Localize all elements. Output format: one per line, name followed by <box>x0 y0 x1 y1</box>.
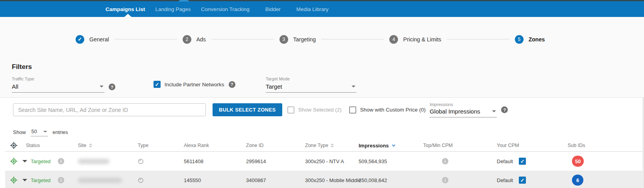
column-status: Status <box>22 143 57 148</box>
expand-caret-icon[interactable] <box>22 160 27 162</box>
impressions-select[interactable]: Global Impressions <box>429 107 497 117</box>
zone-row: Targeted i 145550 3400867 300x250 - Mobi… <box>5 171 642 188</box>
page-size-select[interactable]: 50 <box>31 128 48 136</box>
check-icon: ✓ <box>76 35 84 44</box>
sub-ids-cell: 6 <box>564 175 642 186</box>
info-cell: i <box>57 158 74 164</box>
step-connector <box>447 39 509 39</box>
step-number: 2 <box>183 35 191 44</box>
status-cell: Targeted <box>22 177 57 183</box>
nav-tab-campaigns-list[interactable]: Campaigns List <box>100 6 150 12</box>
site-cell[interactable] <box>74 178 134 183</box>
step-connector <box>115 39 177 39</box>
show-custom-price-checkbox[interactable] <box>349 106 356 114</box>
column-zone-id: Zone ID <box>242 143 302 148</box>
help-icon[interactable]: ? <box>501 106 508 113</box>
row-target-cell <box>5 175 22 185</box>
show-custom-price-filter: Show with Custom Price (0) <box>349 106 426 114</box>
step-general[interactable]: ✓ General <box>76 35 109 44</box>
nav-tab-media-library[interactable]: Media Library <box>291 6 334 12</box>
chevron-down-icon <box>100 86 104 87</box>
top-nav: Campaigns List Landing Pages Conversion … <box>0 0 644 17</box>
partner-networks-checkbox[interactable]: ✓ <box>154 81 161 88</box>
show-label: Show <box>13 129 26 135</box>
show-selected-label: Show Selected (2) <box>298 107 342 113</box>
step-label: Ads <box>196 36 206 43</box>
your-cpm-cell: Default ✓ <box>493 177 564 184</box>
zone-search-input[interactable] <box>13 103 206 116</box>
filters-controls: Traffic Type All ? ✓ Include Partner Net… <box>0 76 644 92</box>
filters-heading: Filters <box>12 63 644 71</box>
step-ads[interactable]: 2 Ads <box>183 35 206 44</box>
step-number: 4 <box>389 35 398 44</box>
target-crosshair-icon[interactable] <box>9 156 19 166</box>
step-connector <box>211 39 274 39</box>
target-mode-select[interactable]: Target <box>266 81 356 93</box>
column-zone-type[interactable]: Zone Type <box>302 143 355 148</box>
target-mode-filter: Target Mode Target <box>266 76 356 93</box>
info-icon[interactable]: i <box>58 158 64 164</box>
zones-toolbar: BULK SELECT ZONES Show Selected (2) Show… <box>0 98 644 117</box>
target-crosshair-icon[interactable] <box>9 175 19 185</box>
globe-icon <box>138 177 144 183</box>
entries-label: entries <box>53 129 68 135</box>
check-glyph: ✓ <box>78 37 82 42</box>
nav-tab-bidder[interactable]: Bidder <box>260 6 286 12</box>
column-your-cpm: Your CPM <box>493 143 564 148</box>
step-targeting[interactable]: 3 Targeting <box>279 35 316 44</box>
impressions-cell: 509,564,935 <box>355 158 420 164</box>
step-zones[interactable]: 5 Zones <box>515 35 545 44</box>
info-icon[interactable]: i <box>58 177 64 183</box>
cpm-checkbox[interactable]: ✓ <box>519 158 526 165</box>
nav-tab-conversion-tracking[interactable]: Conversion Tracking <box>196 6 255 12</box>
expand-caret-icon[interactable] <box>22 179 27 181</box>
show-selected-filter: Show Selected (2) <box>287 106 342 114</box>
traffic-type-value: All <box>12 83 19 90</box>
column-top-min-cpm: Top/Min CPM <box>420 143 493 148</box>
sub-ids-badge[interactable]: 50 <box>572 156 584 167</box>
info-icon[interactable]: i <box>442 177 448 183</box>
active-tab-pointer <box>124 14 131 17</box>
site-cell[interactable] <box>74 159 134 164</box>
site-name-redacted <box>78 178 122 183</box>
status-cell: Targeted <box>22 158 57 164</box>
column-site[interactable]: Site <box>74 143 134 148</box>
bulk-select-zones-button[interactable]: BULK SELECT ZONES <box>213 103 282 116</box>
site-name-redacted <box>78 159 109 164</box>
table-header: Status Site Type Alexa Rank Zone ID Zone… <box>5 140 642 152</box>
nav-tab-landing-pages[interactable]: Landing Pages <box>150 6 196 12</box>
zone-id-cell: 3400867 <box>242 177 302 183</box>
target-mode-label: Target Mode <box>266 76 356 81</box>
sort-icon <box>331 143 334 147</box>
info-icon[interactable]: i <box>442 158 448 164</box>
zone-type-cell: 300x250 - Mobile Middle <box>302 177 355 183</box>
traffic-type-select[interactable]: All <box>12 81 104 93</box>
zone-row: Targeted i 5611408 2959614 300x250 - NTV… <box>5 152 642 171</box>
column-zone-type-label: Zone Type <box>305 143 328 148</box>
step-label: Pricing & Limits <box>403 36 441 43</box>
step-pricing-limits[interactable]: 4 Pricing & Limits <box>389 35 441 44</box>
traffic-type-filter: Traffic Type All ? <box>12 76 115 93</box>
help-icon[interactable]: ? <box>229 81 235 88</box>
entries-bar: Show 50 entries <box>13 128 644 136</box>
scrollbar[interactable] <box>643 97 644 188</box>
alexa-rank-cell: 145550 <box>180 177 242 183</box>
sub-ids-badge[interactable]: 6 <box>572 175 583 186</box>
step-label: Zones <box>529 36 545 43</box>
cpm-checkbox[interactable]: ✓ <box>519 177 526 184</box>
show-selected-checkbox[interactable] <box>287 106 294 114</box>
impressions-cell: 250,008,642 <box>355 177 420 183</box>
chevron-down-icon <box>492 110 496 112</box>
column-impressions[interactable]: Impressions <box>355 143 420 149</box>
step-connector <box>321 39 384 39</box>
help-icon[interactable]: ? <box>109 84 115 90</box>
target-crosshair-icon[interactable] <box>9 141 19 150</box>
row-target-cell <box>5 156 22 166</box>
column-alexa-rank: Alexa Rank <box>180 143 242 148</box>
status-badge: Targeted <box>31 177 51 183</box>
type-cell <box>134 177 180 183</box>
column-impressions-label: Impressions <box>359 143 389 149</box>
partner-networks-filter: ✓ Include Partner Networks ? <box>154 81 235 88</box>
your-cpm-cell: Default ✓ <box>493 158 564 165</box>
chevron-down-icon <box>352 86 355 87</box>
